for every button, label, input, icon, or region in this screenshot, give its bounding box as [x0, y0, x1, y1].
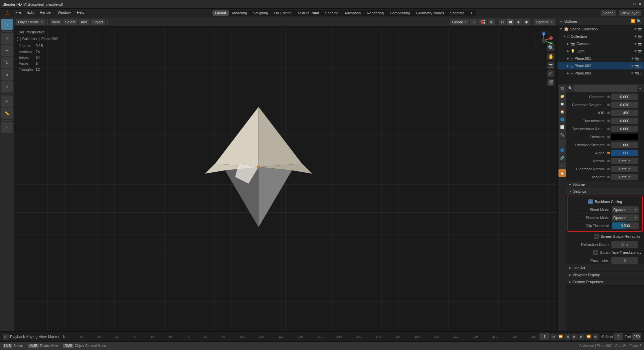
add-menu-btn[interactable]: Add — [79, 19, 90, 25]
end-frame-value[interactable]: 250 — [632, 333, 641, 340]
playback-label[interactable]: Playback — [10, 335, 25, 339]
view-layer-selector[interactable]: ViewLayer — [619, 10, 641, 16]
keying-label[interactable]: Keying — [26, 335, 38, 339]
tab-add[interactable]: + — [468, 10, 475, 16]
global-transform-btn[interactable]: Global ▼ — [450, 19, 470, 25]
render-icon[interactable]: 📷 — [638, 27, 642, 31]
modifier-props-icon[interactable]: 🔧 — [558, 131, 566, 138]
view-label[interactable]: View — [39, 335, 47, 339]
tool-measure[interactable]: 📏 — [1, 108, 13, 119]
start-frame-value[interactable]: 1 — [614, 333, 623, 340]
ssr-checkbox[interactable] — [594, 234, 599, 239]
plane003-render-icon[interactable]: 📷 — [635, 71, 639, 75]
menu-file[interactable]: File — [13, 10, 24, 16]
object-props-icon[interactable]: ⬜ — [558, 123, 566, 131]
render-view-btn[interactable]: 🎬 — [547, 79, 554, 86]
maximize-btn[interactable]: □ — [633, 2, 636, 6]
ior-value[interactable]: 1.450 — [611, 110, 638, 116]
viewport-shading-material[interactable]: ◈ — [515, 19, 522, 25]
camera-eye-icon[interactable]: 👁 — [634, 42, 637, 46]
pivot-btn[interactable]: ⊙ — [470, 19, 477, 25]
tool-rotate[interactable]: ↻ — [1, 57, 13, 68]
jump-to-start-btn[interactable]: ⏮ — [550, 334, 556, 340]
plane001-eye-icon[interactable]: 👁 — [631, 57, 634, 60]
tab-uv-editing[interactable]: UV Editing — [272, 10, 294, 16]
constraints-props-icon[interactable]: 🔗 — [558, 154, 566, 161]
render-props-icon[interactable]: 🎬 — [558, 85, 566, 92]
properties-search-input[interactable] — [574, 85, 637, 92]
tool-cursor[interactable]: ⊕ — [1, 33, 13, 44]
light-item[interactable]: ▶ 💡 Light 👁 📷 — [557, 47, 644, 55]
sst-checkbox[interactable] — [593, 250, 598, 255]
tool-transform[interactable]: ⤢ — [1, 81, 13, 93]
next-keyframe-btn[interactable]: ▶ — [579, 334, 585, 340]
minimize-btn[interactable]: ─ — [628, 2, 631, 6]
scene-selector[interactable]: Scene — [601, 10, 616, 16]
viewport-shading-wireframe[interactable]: ◻ — [499, 19, 506, 25]
plane002-eye-icon[interactable]: 👁 — [631, 64, 634, 68]
close-btn[interactable]: ✕ — [638, 2, 641, 6]
backface-culling-checkbox[interactable]: ✓ — [588, 199, 593, 204]
tab-scripting[interactable]: Scripting — [447, 10, 467, 16]
menu-blender[interactable]: ⬡ — [3, 10, 12, 16]
light-eye-icon[interactable]: 👁 — [634, 49, 637, 53]
custom-properties-section-header[interactable]: ▶ Custom Properties — [566, 279, 644, 286]
collection-eye-icon[interactable]: 👁 — [634, 35, 637, 38]
object-menu-btn[interactable]: Object — [91, 19, 105, 25]
plane002-render-icon[interactable]: 📷 — [635, 64, 639, 68]
outliner-filter-icon[interactable]: 🔽 — [631, 19, 635, 23]
next-frame-btn[interactable]: ⏩ — [586, 334, 592, 340]
tab-sculpting[interactable]: Sculpting — [250, 10, 271, 16]
tab-texture-paint[interactable]: Texture Paint — [295, 10, 322, 16]
tangent-value[interactable]: Default — [611, 174, 638, 180]
tool-add-object[interactable]: + — [1, 122, 13, 133]
tab-geometry-nodes[interactable]: Geometry Nodes — [414, 10, 447, 16]
plane003-item[interactable]: ▶ △ Plane.003 👁 📷 △ — [557, 69, 644, 77]
tab-animation[interactable]: Animation — [342, 10, 363, 16]
jump-to-end-btn[interactable]: ⏭ — [593, 334, 599, 340]
menu-edit[interactable]: Edit — [25, 10, 36, 16]
volume-section-header[interactable]: ▶ Volume — [566, 181, 644, 188]
normal-value[interactable]: Default — [611, 158, 638, 164]
tool-scale[interactable]: ⇔ — [1, 69, 13, 80]
emission-strength-value[interactable]: 1.000 — [611, 142, 638, 148]
tool-select[interactable]: ▷ — [1, 19, 13, 30]
playback-settings-icon[interactable]: ▷ — [3, 334, 9, 340]
select-menu-btn[interactable]: Select — [63, 19, 77, 25]
plane001-render-icon[interactable]: 📷 — [635, 57, 639, 60]
clip-threshold-slider[interactable]: 0.500 — [612, 222, 639, 229]
blend-mode-dropdown[interactable]: Opaque ▼ — [612, 206, 639, 213]
zoom-in-btn[interactable]: 🔍 — [547, 44, 554, 51]
prev-frame-btn[interactable]: ⏪ — [557, 334, 564, 340]
play-btn[interactable]: ▶ — [572, 334, 578, 340]
pan-btn[interactable]: ✋ — [547, 53, 554, 60]
camera-view-btn[interactable]: 📷 — [547, 61, 554, 69]
current-frame-display[interactable]: 1 — [539, 333, 549, 340]
clearcoat-normal-value[interactable]: Default — [611, 166, 638, 172]
collection-render-icon[interactable]: 📷 — [638, 35, 642, 38]
collection-item[interactable]: ▼ □ Collection 👁 📷 — [557, 33, 644, 40]
plane001-item[interactable]: ▶ △ Plane.001 👁 📷 △ — [557, 55, 644, 62]
tool-annotate[interactable]: ✏ — [1, 96, 13, 107]
particles-props-icon[interactable]: · — [558, 139, 566, 146]
viewport-shading-render[interactable]: ◉ — [523, 19, 530, 25]
camera-render-icon[interactable]: 📷 — [638, 42, 642, 46]
physics-props-icon[interactable]: 🔵 — [558, 146, 566, 154]
menu-window[interactable]: Window — [55, 10, 73, 16]
emission-color-swatch[interactable] — [611, 134, 638, 140]
transmission-roughness-value[interactable]: 0.000 — [611, 126, 638, 132]
plane003-eye-icon[interactable]: 👁 — [631, 71, 634, 75]
scene-collection-item[interactable]: ▼ 🏠 Scene Collection 👁 📷 — [557, 25, 644, 33]
object-mode-btn[interactable]: Object Mode ▼ — [16, 19, 45, 25]
tab-layout[interactable]: Layout — [212, 10, 229, 16]
scene-props-icon[interactable]: 🏠 — [558, 108, 566, 115]
viewport-display-section-header[interactable]: ▶ Viewport Display — [566, 272, 644, 279]
clearcoat-roughness-value[interactable]: 0.030 — [611, 102, 638, 108]
transmission-value[interactable]: 0.000 — [611, 118, 638, 124]
tab-modeling[interactable]: Modeling — [229, 10, 250, 16]
ortho-view-btn[interactable]: ⊞ — [547, 70, 554, 77]
plane002-item[interactable]: ▶ △ Plane.002 👁 📷 △ — [557, 62, 644, 69]
world-props-icon[interactable]: 🌐 — [558, 116, 566, 123]
menu-render[interactable]: Render — [37, 10, 54, 16]
view-layer-props-icon[interactable]: 🔲 — [558, 100, 566, 108]
